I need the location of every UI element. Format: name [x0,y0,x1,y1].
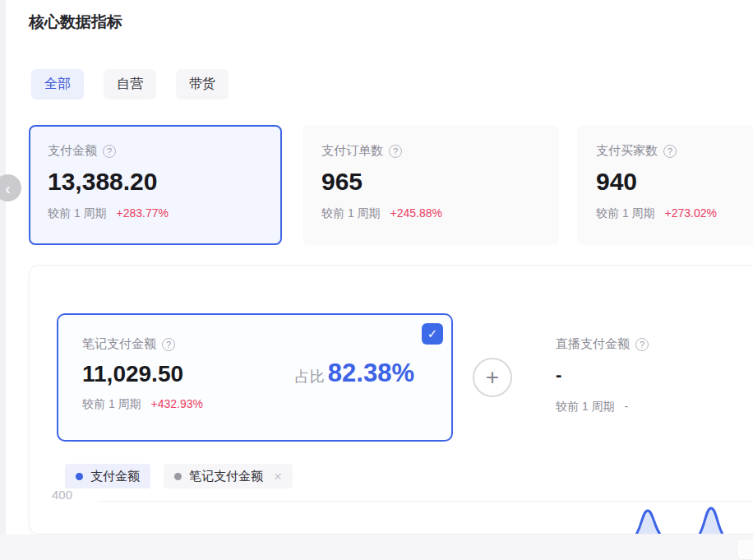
sub-metric-label: 笔记支付金额 [82,336,156,352]
help-icon[interactable]: ? [663,145,677,158]
add-metric-button[interactable]: + [473,358,512,397]
sub-metric-card-note-payment[interactable]: ✓ 笔记支付金额 ? 11,029.50 占比 82.38% 较前 1 周期 +… [57,313,453,442]
close-icon[interactable]: × [274,470,282,484]
metric-label: 支付买家数 [596,143,658,159]
check-icon: ✓ [427,326,438,341]
plus-icon: + [486,366,499,389]
compare-label: 较前 1 周期 [556,400,615,413]
change-value: - [624,400,628,413]
ratio-group: 占比 82.38% [295,359,414,388]
chart-legend: 支付金额 笔记支付金额 × [65,464,293,488]
sub-metric-compare: 较前 1 周期 - [556,400,649,414]
legend-item-payment-amount[interactable]: 支付金额 [65,464,150,488]
legend-item-note-payment-amount[interactable]: 笔记支付金额 × [164,464,293,488]
help-icon[interactable]: ? [162,338,175,351]
legend-label: 支付金额 [90,469,140,484]
change-value: +283.77% [116,206,168,220]
corner-widget [737,539,753,560]
change-value: +273.02% [664,206,716,220]
metric-compare: 较前 1 周期 +273.02% [596,206,753,221]
checkbox-checked[interactable]: ✓ [422,323,443,345]
help-icon[interactable]: ? [635,338,649,351]
filter-tabs: 全部 自营 带货 [31,69,229,100]
sub-metric-values: 11,029.50 占比 82.38% [82,359,414,388]
help-icon[interactable]: ? [389,145,402,158]
left-gutter [0,0,6,560]
legend-dot-blue [76,473,83,480]
change-value: +432.93% [150,397,202,410]
sub-metric-value: - [556,364,649,386]
sub-metric-label: 直播支付金额 [556,336,630,352]
metric-label: 支付金额 [48,143,97,159]
metric-card-payment-buyers[interactable]: 支付买家数 ? 940 较前 1 周期 +273.02% [577,125,753,245]
trend-chart[interactable] [30,501,753,535]
breakdown-panel: ✓ 笔记支付金额 ? 11,029.50 占比 82.38% 较前 1 周期 +… [29,265,753,535]
metric-label-row: 支付订单数 ? [321,143,559,159]
legend-label: 笔记支付金额 [189,469,263,484]
carousel-prev-button[interactable]: ‹ [0,174,21,201]
tab-affiliate[interactable]: 带货 [176,69,229,100]
compare-label: 较前 1 周期 [321,206,381,220]
metric-label: 支付订单数 [321,143,383,159]
ratio-label: 占比 [295,367,325,386]
sub-metric-compare: 较前 1 周期 +432.93% [82,397,414,412]
metric-label-row: 支付买家数 ? [596,143,753,159]
metric-value: 940 [596,168,753,196]
change-value: +245.88% [390,206,441,220]
chevron-left-icon: ‹ [5,180,11,197]
tab-all[interactable]: 全部 [31,69,84,100]
y-axis-tick: 400 [52,488,72,502]
sub-metric-label-row: 直播支付金额 ? [556,336,649,352]
metric-compare: 较前 1 周期 +283.77% [48,206,280,221]
help-icon[interactable]: ? [103,145,116,158]
tab-self-operated[interactable]: 自营 [104,69,156,100]
sub-metric-card-live-payment[interactable]: 直播支付金额 ? - 较前 1 周期 - [556,336,649,414]
bottom-strip [0,535,753,560]
metric-card-payment-orders[interactable]: 支付订单数 ? 965 较前 1 周期 +245.88% [303,125,559,245]
metric-compare: 较前 1 周期 +245.88% [321,206,559,221]
compare-label: 较前 1 周期 [82,397,141,410]
legend-dot-gray [174,473,182,480]
compare-label: 较前 1 周期 [48,206,107,220]
sub-metric-label-row: 笔记支付金额 ? [82,336,414,352]
sub-metric-value: 11,029.50 [82,361,183,387]
metric-value: 965 [321,168,559,196]
compare-label: 较前 1 周期 [596,206,655,220]
ratio-value: 82.38% [328,359,414,388]
metric-value: 13,388.20 [48,168,280,196]
metric-label-row: 支付金额 ? [48,143,280,159]
metric-card-payment-amount[interactable]: 支付金额 ? 13,388.20 较前 1 周期 +283.77% [29,125,282,245]
page-title: 核心数据指标 [29,12,122,33]
